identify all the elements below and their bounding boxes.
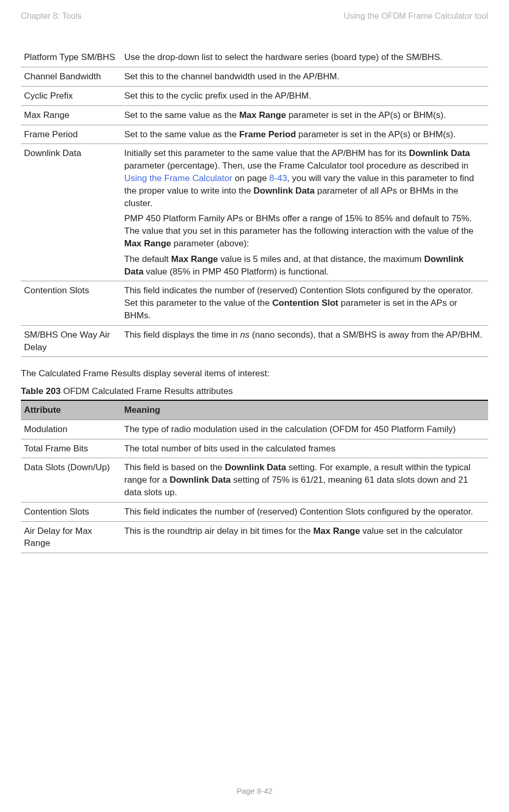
- text-run: Max Range: [239, 110, 286, 120]
- table-row: Contention SlotsThis field indicates the…: [21, 281, 488, 325]
- text-run: Set this to the channel bandwidth used i…: [124, 71, 339, 81]
- text-run: Downlink Data: [409, 148, 470, 158]
- meaning-cell: The total number of bits used in the cal…: [121, 439, 488, 458]
- text-run: PMP 450 Platform Family APs or BHMs offe…: [124, 213, 474, 236]
- text-run: Max Range: [171, 254, 218, 264]
- attribute-cell: Downlink Data: [21, 144, 121, 281]
- text-run: The default: [124, 254, 171, 264]
- text-run: Use the drop-down list to select the har…: [124, 52, 442, 62]
- meaning-cell: This field indicates the number of (rese…: [121, 281, 488, 325]
- text-run: This field displays the time in: [124, 330, 240, 340]
- page-header: Chapter 8: Tools Using the OFDM Frame Ca…: [21, 10, 488, 22]
- meaning-cell: This field indicates the number of (rese…: [121, 502, 488, 521]
- text-run: value set in the calculator: [360, 526, 463, 536]
- cross-ref-link[interactable]: 8-43: [269, 173, 287, 183]
- text-run: This field is based on the: [124, 462, 225, 472]
- attribute-cell: Channel Bandwidth: [21, 67, 121, 87]
- text-run: Set to the same value as the: [124, 110, 239, 120]
- meaning-cell: The type of radio modulation used in the…: [121, 420, 488, 439]
- text-run: ns: [240, 330, 250, 340]
- attribute-cell: Platform Type SM/BHS: [21, 48, 121, 67]
- text-run: parameter (above):: [171, 238, 249, 248]
- attribute-cell: Cyclic Prefix: [21, 86, 121, 105]
- text-run: This is the roundtrip air delay in bit t…: [124, 526, 313, 536]
- text-run: This field indicates the number of (rese…: [124, 507, 473, 517]
- text-run: Contention Slot: [273, 298, 339, 308]
- table-row: Data Slots (Down/Up)This field is based …: [21, 458, 488, 502]
- attribute-cell: Max Range: [21, 105, 121, 125]
- cross-ref-link[interactable]: Using the Frame Calculator: [124, 173, 232, 183]
- caption-rest: OFDM Calculated Frame Results attributes: [61, 386, 233, 396]
- text-run: The total number of bits used in the cal…: [124, 444, 335, 453]
- text-run: Frame Period: [239, 129, 296, 139]
- results-head-meaning: Meaning: [121, 400, 488, 420]
- table-row: ModulationThe type of radio modulation u…: [21, 420, 488, 439]
- text-run: parameter is set in the AP(s) or BHM(s).: [296, 129, 456, 139]
- results-head-attribute: Attribute: [21, 400, 121, 420]
- table-row: Downlink DataInitially set this paramete…: [21, 144, 488, 281]
- parameters-table: Platform Type SM/BHSUse the drop-down li…: [21, 48, 488, 357]
- text-run: Initially set this parameter to the same…: [124, 148, 409, 158]
- attribute-cell: SM/BHS One Way Air Delay: [21, 325, 121, 357]
- header-right: Using the OFDM Frame Calculator tool: [344, 10, 488, 22]
- text-run: parameter (percentage). Then, use the Fr…: [124, 161, 468, 171]
- text-run: (nano seconds), that a SM/BHS is away fr…: [250, 330, 482, 340]
- table-row: Total Frame BitsThe total number of bits…: [21, 439, 488, 458]
- meaning-cell: This field displays the time in ns (nano…: [121, 325, 488, 357]
- attribute-cell: Total Frame Bits: [21, 439, 121, 458]
- meaning-cell: This is the roundtrip air delay in bit t…: [121, 521, 488, 553]
- header-left: Chapter 8: Tools: [21, 10, 81, 22]
- table-row: Contention SlotsThis field indicates the…: [21, 502, 488, 521]
- text-run: on page: [232, 173, 269, 183]
- table-row: Frame PeriodSet to the same value as the…: [21, 125, 488, 144]
- table-row: SM/BHS One Way Air DelayThis field displ…: [21, 325, 488, 357]
- attribute-cell: Contention Slots: [21, 502, 121, 521]
- table-caption: Table 203 OFDM Calculated Frame Results …: [21, 385, 488, 398]
- attribute-cell: Frame Period: [21, 125, 121, 144]
- table-row: Cyclic PrefixSet this to the cyclic pref…: [21, 86, 488, 105]
- meaning-cell: Use the drop-down list to select the har…: [121, 48, 488, 67]
- attribute-cell: Contention Slots: [21, 281, 121, 325]
- intertext: The Calculated Frame Results display sev…: [21, 367, 488, 380]
- table-row: Platform Type SM/BHSUse the drop-down li…: [21, 48, 488, 67]
- table-row: Max RangeSet to the same value as the Ma…: [21, 105, 488, 125]
- text-run: Set to the same value as the: [124, 129, 239, 139]
- caption-prefix: Table 203: [21, 386, 61, 396]
- meaning-cell: This field is based on the Downlink Data…: [121, 458, 488, 502]
- attribute-cell: Data Slots (Down/Up): [21, 458, 121, 502]
- meaning-cell: Set to the same value as the Max Range p…: [121, 105, 488, 125]
- text-run: Set this to the cyclic prefix used in th…: [124, 91, 311, 101]
- page-footer: Page 8-42: [0, 785, 509, 796]
- text-run: parameter is set in the AP(s) or BHM(s).: [286, 110, 446, 120]
- meaning-cell: Set to the same value as the Frame Perio…: [121, 125, 488, 144]
- meaning-cell: Set this to the channel bandwidth used i…: [121, 67, 488, 87]
- text-run: value (85% in PMP 450 Platform) is funct…: [144, 267, 329, 277]
- text-run: Downlink Data: [254, 186, 315, 196]
- text-run: The type of radio modulation used in the…: [124, 424, 456, 434]
- meaning-cell: Initially set this parameter to the same…: [121, 144, 488, 281]
- text-run: value is 5 miles and, at that distance, …: [218, 254, 424, 264]
- text-run: Max Range: [124, 238, 171, 248]
- page: Chapter 8: Tools Using the OFDM Frame Ca…: [0, 0, 509, 812]
- results-table: Attribute Meaning ModulationThe type of …: [21, 400, 488, 553]
- text-run: Downlink Data: [170, 475, 231, 485]
- attribute-cell: Modulation: [21, 420, 121, 439]
- text-run: Max Range: [313, 526, 360, 536]
- table-row: Air Delay for Max RangeThis is the round…: [21, 521, 488, 553]
- text-run: Downlink Data: [225, 462, 286, 472]
- table-row: Channel BandwidthSet this to the channel…: [21, 67, 488, 87]
- attribute-cell: Air Delay for Max Range: [21, 521, 121, 553]
- meaning-cell: Set this to the cyclic prefix used in th…: [121, 86, 488, 105]
